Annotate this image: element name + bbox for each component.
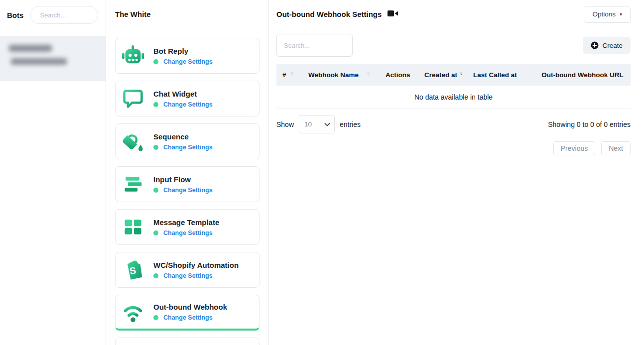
status-dot bbox=[153, 102, 158, 107]
show-label: Show bbox=[276, 120, 294, 128]
card-body: Bot Reply Change Settings bbox=[153, 47, 213, 65]
column-header-index[interactable]: # ↑↓ bbox=[276, 71, 302, 79]
previous-button[interactable]: Previous bbox=[553, 141, 595, 155]
column-label: # bbox=[282, 71, 286, 79]
card-link-row: Change Settings bbox=[153, 144, 213, 151]
change-settings-link[interactable]: Change Settings bbox=[163, 101, 213, 108]
wifi-icon bbox=[122, 301, 144, 324]
bot-settings-panel: The White Bot Reply Change Se bbox=[106, 0, 269, 345]
sidebar-header: Bots bbox=[0, 0, 106, 30]
status-dot bbox=[153, 315, 158, 320]
settings-card-chat-widget[interactable]: Chat Widget Change Settings bbox=[115, 81, 259, 116]
bots-search-input[interactable] bbox=[30, 6, 98, 24]
settings-card-message-template[interactable]: Message Template Change Settings bbox=[115, 209, 259, 245]
entries-summary: Showing 0 to 0 of 0 entries bbox=[548, 120, 631, 128]
card-link-row: Change Settings bbox=[153, 314, 227, 321]
column-header-webhook-url: Out-bound Webhook URL bbox=[534, 71, 631, 79]
bot-panel-title: The White bbox=[115, 9, 259, 20]
card-title: Input Flow bbox=[153, 175, 213, 184]
status-dot bbox=[153, 188, 158, 193]
column-label: Actions bbox=[386, 71, 410, 79]
column-label: Created at bbox=[424, 71, 457, 79]
card-title: Chat Widget bbox=[153, 90, 213, 98]
change-settings-link[interactable]: Change Settings bbox=[163, 58, 213, 65]
sort-icon-active-desc[interactable]: ↑↓ bbox=[459, 70, 461, 76]
card-body: Message Template Change Settings bbox=[153, 218, 219, 236]
card-link-row: Change Settings bbox=[153, 230, 219, 236]
table-empty-message: No data available in table bbox=[276, 86, 631, 109]
change-settings-link[interactable]: Change Settings bbox=[163, 314, 213, 321]
paint-bucket-icon bbox=[122, 130, 144, 153]
settings-card-bot-reply[interactable]: Bot Reply Change Settings bbox=[115, 38, 259, 74]
card-title: WC/Shopify Automation bbox=[153, 261, 239, 269]
table-footer: Show 10 entries Showing 0 to 0 of 0 entr… bbox=[276, 115, 631, 133]
card-link-row: Change Settings bbox=[153, 58, 213, 65]
settings-card-sequence[interactable]: Sequence Change Settings bbox=[115, 123, 259, 159]
app-root: Bots The White bbox=[0, 0, 644, 345]
card-title: Out-bound Webhook bbox=[153, 303, 227, 311]
card-body: WC/Shopify Automation Change Settings bbox=[153, 261, 239, 279]
column-label: Last Called at bbox=[473, 71, 517, 79]
bots-sidebar: Bots bbox=[0, 0, 106, 345]
page-title: Out-bound Webhook Settings bbox=[276, 10, 382, 18]
webhook-settings-main: Out-bound Webhook Settings Options ▾ bbox=[269, 0, 644, 345]
card-link-row: Change Settings bbox=[153, 101, 213, 108]
next-button[interactable]: Next bbox=[601, 141, 631, 155]
column-header-created-at[interactable]: Created at ↑↓ bbox=[418, 71, 467, 79]
webhook-search-input[interactable] bbox=[276, 34, 353, 57]
bars-icon bbox=[122, 173, 144, 196]
status-dot bbox=[153, 273, 158, 278]
card-title: Bot Reply bbox=[153, 47, 213, 55]
settings-card-wc-shopify[interactable]: S WC/Shopify Automation Change Settings bbox=[115, 252, 259, 288]
plus-circle-icon bbox=[591, 41, 599, 49]
card-body: Input Flow Change Settings bbox=[153, 175, 213, 194]
chat-bubble-icon bbox=[122, 87, 144, 110]
card-link-row: Change Settings bbox=[153, 187, 213, 194]
webhooks-table: # ↑↓ Webhook Name ↑↓ Actions Created at … bbox=[276, 64, 631, 109]
card-body: Sequence Change Settings bbox=[153, 132, 213, 151]
sort-icon[interactable]: ↑↓ bbox=[367, 70, 369, 76]
video-camera-icon[interactable] bbox=[387, 9, 398, 20]
bots-title: Bots bbox=[7, 11, 23, 19]
page-size-select[interactable]: 10 bbox=[299, 115, 335, 133]
status-dot bbox=[153, 145, 158, 150]
entries-label: entries bbox=[340, 120, 361, 128]
status-dot bbox=[153, 59, 158, 64]
robot-icon bbox=[122, 44, 144, 67]
change-settings-link[interactable]: Change Settings bbox=[163, 187, 213, 194]
card-body: Out-bound Webhook Change Settings bbox=[153, 303, 227, 321]
shopify-bag-icon: S bbox=[122, 258, 144, 281]
table-header-row: # ↑↓ Webhook Name ↑↓ Actions Created at … bbox=[276, 64, 631, 86]
column-header-webhook-name[interactable]: Webhook Name ↑↓ bbox=[302, 71, 380, 79]
bot-list-item-selected[interactable] bbox=[0, 36, 106, 81]
create-label: Create bbox=[602, 42, 623, 49]
page-size-control: Show 10 entries bbox=[276, 115, 361, 133]
column-label: Out-bound Webhook URL bbox=[541, 71, 624, 79]
change-settings-link[interactable]: Change Settings bbox=[163, 230, 213, 236]
main-title-wrap: Out-bound Webhook Settings bbox=[276, 9, 398, 20]
bot-phone-redacted bbox=[11, 58, 67, 65]
sort-icon[interactable]: ↑↓ bbox=[290, 70, 293, 76]
change-settings-link[interactable]: Change Settings bbox=[163, 272, 213, 279]
table-toolbar: Create bbox=[276, 34, 631, 57]
page-size-select-wrap: 10 bbox=[299, 115, 335, 133]
column-label: Webhook Name bbox=[308, 71, 359, 79]
change-settings-link[interactable]: Change Settings bbox=[163, 144, 213, 151]
card-link-row: Change Settings bbox=[153, 272, 239, 279]
options-label: Options bbox=[592, 10, 616, 18]
settings-card-outbound-webhook[interactable]: Out-bound Webhook Change Settings bbox=[115, 295, 259, 331]
card-title: Message Template bbox=[153, 218, 219, 227]
options-button[interactable]: Options ▾ bbox=[584, 6, 631, 23]
card-body: Chat Widget Change Settings bbox=[153, 90, 213, 108]
card-title: Sequence bbox=[153, 132, 213, 141]
chevron-down-icon: ▾ bbox=[620, 11, 622, 17]
settings-card-partial[interactable] bbox=[115, 338, 259, 345]
create-button[interactable]: Create bbox=[583, 37, 631, 54]
column-header-last-called-at: Last Called at bbox=[467, 71, 534, 79]
grid-icon bbox=[122, 216, 144, 238]
pagination: Previous Next bbox=[276, 141, 631, 155]
main-header: Out-bound Webhook Settings Options ▾ bbox=[276, 0, 631, 23]
settings-card-input-flow[interactable]: Input Flow Change Settings bbox=[115, 166, 259, 202]
column-header-actions: Actions bbox=[380, 71, 418, 79]
status-dot bbox=[153, 230, 158, 235]
